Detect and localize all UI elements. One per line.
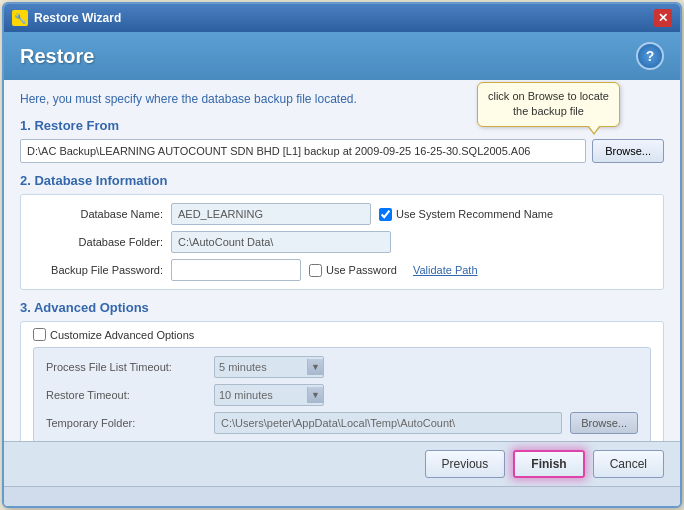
customize-advanced-checkbox[interactable] xyxy=(33,328,46,341)
use-password-checkbox[interactable] xyxy=(309,264,322,277)
restore-timeout-select[interactable]: 10 minutes ▼ xyxy=(214,384,324,406)
browse-button-temp[interactable]: Browse... xyxy=(570,412,638,434)
section3: 3. Advanced Options Customize Advanced O… xyxy=(20,300,664,441)
restore-wizard-window: 🔧 Restore Wizard ✕ Restore ? Here, you m… xyxy=(2,2,682,508)
tooltip-line2: the backup file xyxy=(513,105,584,117)
db-folder-input[interactable] xyxy=(171,231,391,253)
restore-from-row: Browse... xyxy=(20,139,664,163)
restore-timeout-label: Restore Timeout: xyxy=(46,389,206,401)
db-info-box: Database Name: Use System Recommend Name… xyxy=(20,194,664,290)
validate-path-link[interactable]: Validate Path xyxy=(413,264,478,276)
temp-folder-row: Temporary Folder: Browse... xyxy=(46,412,638,434)
backup-password-input[interactable] xyxy=(171,259,301,281)
help-button[interactable]: ? xyxy=(636,42,664,70)
finish-button[interactable]: Finish xyxy=(513,450,584,478)
restore-path-input[interactable] xyxy=(20,139,586,163)
backup-password-label: Backup File Password: xyxy=(33,264,163,276)
process-timeout-arrow[interactable]: ▼ xyxy=(307,359,323,375)
restore-timeout-value: 10 minutes xyxy=(219,389,307,401)
tooltip-line1: click on Browse to locate xyxy=(488,90,609,102)
customize-advanced-label: Customize Advanced Options xyxy=(33,328,651,341)
temp-folder-input[interactable] xyxy=(214,412,562,434)
browse-button-1[interactable]: Browse... xyxy=(592,139,664,163)
previous-button[interactable]: Previous xyxy=(425,450,506,478)
status-bar xyxy=(4,486,680,506)
section2: 2. Database Information Database Name: U… xyxy=(20,173,664,290)
db-folder-label: Database Folder: xyxy=(33,236,163,248)
cancel-button[interactable]: Cancel xyxy=(593,450,664,478)
footer: Previous Finish Cancel xyxy=(4,441,680,486)
advanced-section-box: Customize Advanced Options Process File … xyxy=(20,321,664,441)
process-timeout-row: Process File List Timeout: 5 minutes ▼ xyxy=(46,356,638,378)
close-button[interactable]: ✕ xyxy=(654,9,672,27)
db-name-input[interactable] xyxy=(171,203,371,225)
tooltip-arrow-inner xyxy=(589,126,599,133)
tooltip-container: click on Browse to locate the backup fil… xyxy=(477,82,620,127)
window-title: Restore Wizard xyxy=(34,11,121,25)
backup-password-row: Backup File Password: Use Password Valid… xyxy=(33,259,651,281)
use-password-label: Use Password xyxy=(309,264,397,277)
use-system-name-label: Use System Recommend Name xyxy=(379,208,553,221)
wizard-icon: 🔧 xyxy=(12,10,28,26)
section3-title: 3. Advanced Options xyxy=(20,300,664,315)
db-name-label: Database Name: xyxy=(33,208,163,220)
section2-title: 2. Database Information xyxy=(20,173,664,188)
advanced-options-inner: Process File List Timeout: 5 minutes ▼ R… xyxy=(33,347,651,441)
restore-timeout-arrow[interactable]: ▼ xyxy=(307,387,323,403)
temp-folder-label: Temporary Folder: xyxy=(46,417,206,429)
header-band: Restore ? xyxy=(4,32,680,80)
title-bar-left: 🔧 Restore Wizard xyxy=(12,10,121,26)
content-area: Here, you must specify where the databas… xyxy=(4,80,680,441)
page-title: Restore xyxy=(20,45,94,68)
tooltip-box: click on Browse to locate the backup fil… xyxy=(477,82,620,127)
process-timeout-label: Process File List Timeout: xyxy=(46,361,206,373)
db-name-row: Database Name: Use System Recommend Name xyxy=(33,203,651,225)
db-folder-row: Database Folder: xyxy=(33,231,651,253)
restore-timeout-row: Restore Timeout: 10 minutes ▼ xyxy=(46,384,638,406)
title-bar: 🔧 Restore Wizard ✕ xyxy=(4,4,680,32)
process-timeout-value: 5 minutes xyxy=(219,361,307,373)
use-system-name-checkbox[interactable] xyxy=(379,208,392,221)
process-timeout-select[interactable]: 5 minutes ▼ xyxy=(214,356,324,378)
